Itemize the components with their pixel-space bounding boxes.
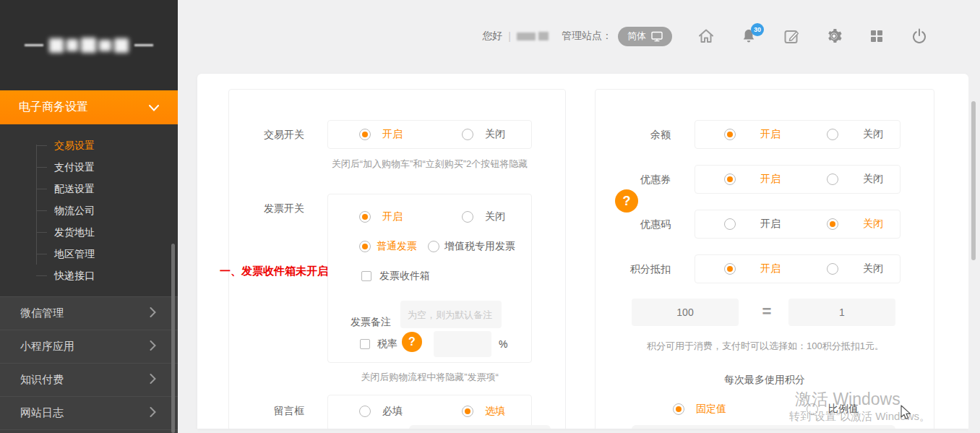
sidebar-item-miniprogram-apps[interactable]: 小程序应用 [0,330,178,363]
radio-selected-icon[interactable] [724,263,736,275]
apps-grid-icon [868,27,885,45]
balance-on-option[interactable]: 开启 [724,128,781,141]
radio-icon[interactable] [359,406,371,417]
balance-label: 余额 [596,127,671,142]
logo-dash-right [134,44,153,46]
message-required-option[interactable]: 必填 [359,405,403,418]
radio-selected-icon[interactable] [462,406,473,417]
ratio-value-option[interactable]: 比例值 [807,403,859,416]
invoice-type-normal-option[interactable]: 普通发票 [359,240,417,253]
page-scrollbar-thumb[interactable] [971,101,976,260]
power-icon [911,27,928,45]
coupon-off-option[interactable]: 关闭 [827,173,883,186]
invoice-switch-group: 开启 关闭 普通发票 增值税专用发票 发票收件箱 发票备注 税率 ? % [327,194,532,363]
radio-selected-icon[interactable] [673,403,684,415]
sidebar-item-ecommerce-settings[interactable]: 电子商务设置 [0,90,178,124]
monitor-icon [651,31,663,42]
sidebar-item-logistics-company[interactable]: 物流公司 [0,200,178,221]
logout-button[interactable] [911,27,928,45]
tax-rate-input[interactable] [434,331,491,357]
points-on-option[interactable]: 开启 [724,262,781,275]
promo-off-option[interactable]: 关闭 [827,218,883,231]
checkbox-icon[interactable] [360,339,370,349]
language-switch-button[interactable]: 简体 [618,27,672,46]
option-label: 普通发票 [377,240,417,253]
invoice-inbox-checkbox-row[interactable]: 发票收件箱 [361,270,430,283]
radio-selected-icon[interactable] [359,241,371,252]
radio-icon[interactable] [827,173,838,185]
promo-on-option[interactable]: 开启 [724,218,781,231]
points-to-input[interactable] [788,299,895,326]
option-label: 关闭 [863,262,883,275]
points-from-input[interactable] [632,299,739,326]
radio-selected-icon[interactable] [724,173,736,185]
sidebar-item-express-interface[interactable]: 快递接口 [0,265,178,286]
coupon-on-option[interactable]: 开启 [724,173,781,186]
invoice-remark-input[interactable] [400,301,502,328]
fixed-value-option[interactable]: 固定值 [673,403,726,416]
sidebar-scrollbar-thumb[interactable] [171,244,175,433]
trade-off-option[interactable]: 关闭 [462,128,505,141]
radio-selected-icon[interactable] [724,129,736,140]
radio-icon[interactable] [724,218,736,230]
submenu-label: 地区管理 [54,248,95,260]
option-label: 开启 [760,128,781,141]
option-label: 开启 [760,262,781,275]
option-label: 选填 [485,405,505,418]
message-textarea-partial[interactable] [409,425,551,429]
page-scrollbar-track[interactable] [968,0,980,433]
invoice-remark-label: 发票备注 [351,308,391,335]
radio-icon[interactable] [807,403,818,415]
section-label: 微信管理 [20,306,64,320]
submenu-label: 发货地址 [54,226,95,238]
sidebar-item-knowledge-pay[interactable]: 知识付费 [0,363,178,396]
points-deduction-label: 积分抵扣 [596,262,671,276]
invoice-type-vat-option[interactable]: 增值税专用发票 [428,240,515,253]
tax-help-icon[interactable]: ? [402,332,422,352]
coupon-help-icon[interactable]: ? [615,189,638,213]
balance-off-option[interactable]: 关闭 [827,128,883,141]
trade-help-text: 关闭后“加入购物车”和“立刻购买”2个按钮将隐藏 [327,156,532,172]
radio-icon[interactable] [827,263,838,275]
radio-selected-icon[interactable] [827,218,838,230]
logo-blurred-text [49,38,129,53]
option-label: 关闭 [485,210,505,223]
equals-sign: = [756,302,778,321]
sidebar-item-wechat-management[interactable]: 微信管理 [0,296,178,330]
radio-icon[interactable] [827,129,838,140]
tax-rate-checkbox-row[interactable]: 税率 [360,338,397,351]
sidebar-item-shipping-address[interactable]: 发货地址 [0,221,178,243]
invoice-off-option[interactable]: 关闭 [462,210,505,223]
notifications-button[interactable]: 30 [740,27,757,45]
settings-button[interactable] [825,27,843,45]
edit-button[interactable] [783,27,800,45]
radio-selected-icon[interactable] [359,129,371,140]
chevron-right-icon [150,374,156,386]
radio-icon[interactable] [462,129,473,140]
sidebar-item-delivery-settings[interactable]: 配送设置 [0,178,178,200]
points-off-option[interactable]: 关闭 [827,262,883,275]
trade-on-option[interactable]: 开启 [359,128,403,141]
message-optional-option[interactable]: 选填 [462,405,505,418]
radio-icon[interactable] [428,241,439,252]
radio-selected-icon[interactable] [359,211,371,223]
chevron-down-icon [149,101,159,114]
sidebar-item-site-logs[interactable]: 网站日志 [0,396,178,429]
apps-button[interactable] [868,27,885,45]
top-header: 您好 | 管理站点： 简体 30 [178,0,968,72]
marketing-settings-card: ? 余额 开启 关闭 优惠券 开启 关闭 优惠码 开启 关闭 积分抵扣 开启 关… [595,89,934,429]
points-switch-group: 开启 关闭 [695,254,901,283]
section-label: 网站日志 [20,406,64,420]
max-points-input-partial[interactable] [632,425,895,429]
sidebar-item-region-management[interactable]: 地区管理 [0,243,178,265]
checkbox-icon[interactable] [361,271,371,281]
sidebar-item-payment-settings[interactable]: 支付设置 [0,156,178,178]
home-button[interactable] [697,27,715,45]
radio-icon[interactable] [462,211,473,223]
invoice-help-text: 关闭后购物流程中将隐藏”发票项“ [327,369,532,385]
invoice-on-option[interactable]: 开启 [359,210,403,223]
option-label: 必填 [382,405,403,418]
option-label: 关闭 [485,128,505,141]
sidebar-item-trade-settings[interactable]: 交易设置 [0,134,178,156]
main-content: 一、发票收件箱未开启 交易开关 开启 关闭 关闭后“加入购物车”和“立刻购买”2… [197,74,968,429]
